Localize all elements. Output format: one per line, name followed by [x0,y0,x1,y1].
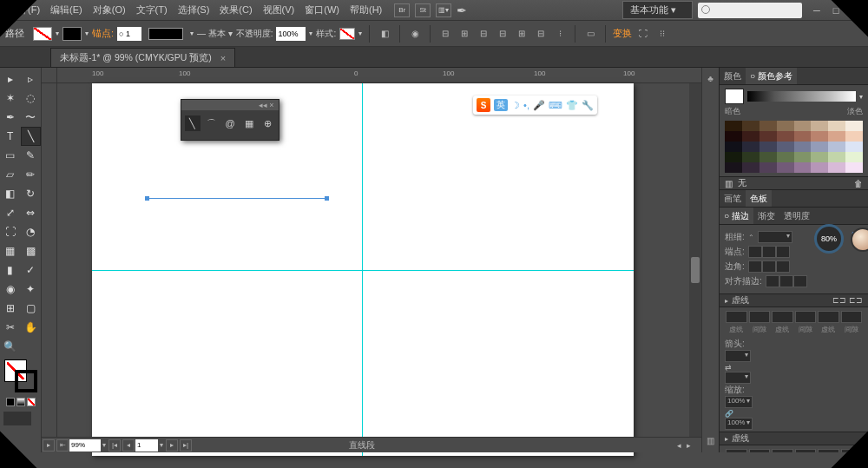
menu-view[interactable]: 视图(V) [258,3,300,16]
eyedropper-tool[interactable]: ✓ [21,260,42,280]
cap-round[interactable] [762,246,776,258]
line-handle-start[interactable] [145,196,149,201]
arrow-scale-start[interactable]: 100% [725,396,753,408]
align-bottom-icon[interactable]: ⊟ [533,26,549,42]
dash-section-header[interactable]: 虚线⊏⊐ ⊏⊐ [720,293,868,307]
blend-tool[interactable]: ◉ [0,280,21,299]
fill-swatch[interactable] [33,27,52,41]
cap-butt[interactable] [748,246,762,258]
screen-mode-full[interactable] [17,412,31,425]
slice-tool[interactable]: ✂ [0,318,21,337]
line-handle-end[interactable] [325,196,329,201]
lasso-tool[interactable]: ◌ [21,89,42,108]
nav-first[interactable]: ⇤ [56,439,69,452]
zoom-tool[interactable]: 🔍 [0,337,21,356]
brush-panel-icon[interactable]: ▥ [725,179,733,188]
join-bevel[interactable] [776,260,790,273]
stroke-arc-icon[interactable]: ⌒ [204,115,220,131]
style-swatch[interactable] [339,28,355,40]
shaper-tool[interactable]: ▱ [0,165,21,184]
arrange-icon[interactable]: ▥▾ [436,3,451,17]
color-guide-tab[interactable]: ○ 颜色参考 [746,68,797,84]
dock-library-icon[interactable]: ▥ [704,433,718,447]
color-mode-gradient[interactable] [16,398,25,406]
user-avatar[interactable] [851,227,868,252]
align-left-icon[interactable]: ⊟ [437,26,453,42]
line-tool[interactable]: ╲ [21,127,42,146]
artboard-tool[interactable]: ▢ [21,299,42,318]
stroke-box[interactable] [15,370,37,392]
stroke-preview[interactable] [148,28,183,40]
brush-tab[interactable]: 画笔 [720,190,746,207]
opacity-field[interactable]: 100% [276,27,306,41]
stroke-polar-icon[interactable]: ⊕ [260,115,275,131]
base-color-swatch[interactable] [725,89,744,104]
menu-type[interactable]: 文字(T) [131,3,173,16]
fill-stroke-indicator[interactable] [4,359,37,392]
swatch-grid[interactable] [725,121,863,173]
screen-mode-normal[interactable] [3,412,17,425]
curvature-tool[interactable]: 〜 [21,108,42,127]
vertical-scrollbar[interactable] [689,83,701,437]
vertical-ruler[interactable] [42,83,57,437]
rotate-tool[interactable]: ↻ [21,184,42,203]
isolate-icon[interactable]: ⛶ [635,26,651,42]
stroke-straight-icon[interactable]: ╲ [185,115,201,131]
align-icon-1[interactable]: ◧ [377,26,392,42]
gpu-icon[interactable]: ▸ [43,439,55,452]
close-tab-icon[interactable]: × [220,53,226,63]
eraser-tool[interactable]: ◧ [0,184,21,203]
direct-selection-tool[interactable]: ▹ [21,69,42,89]
ime-punct-icon[interactable]: •, [523,100,529,110]
ime-floating-bar[interactable]: S 英 ☽ •, 🎤 ⌨ 👕 🔧 [473,96,597,115]
sync-cloud-icon[interactable]: ✒ [457,3,467,17]
menu-edit[interactable]: 编辑(E) [45,3,88,16]
join-miter[interactable] [748,260,762,273]
arrow-scale-end[interactable]: 100% [725,418,753,430]
graph-tool[interactable]: ⊞ [0,299,21,318]
brush-tool[interactable]: ✎ [21,146,42,165]
nav-next[interactable]: ▸ [166,439,178,452]
stroke-spiral-icon[interactable]: @ [222,115,238,131]
artboard-field[interactable]: 1 [135,439,158,452]
gradient-tool[interactable]: ▮ [0,260,21,280]
shape-mode-icon[interactable]: ▭ [582,26,598,42]
layout-icon-2[interactable]: St [415,3,431,17]
layout-icon-1[interactable]: Br [394,3,410,17]
shape-builder-tool[interactable]: ◔ [21,222,42,241]
recolor-icon[interactable]: ◉ [407,26,423,42]
ruler-origin[interactable] [42,68,57,83]
zoom-field[interactable]: 99% [69,439,101,452]
stroke-weight-field[interactable]: ○ 1 [117,27,141,41]
cap-square[interactable] [776,246,790,258]
swatches-tab[interactable]: 色板 [746,190,772,207]
color-mode-fill[interactable] [6,398,15,406]
window-minimize[interactable]: ─ [809,3,825,18]
color-mode-none[interactable] [27,398,36,406]
stroke-weight-dd[interactable] [758,231,792,243]
align-more-icon[interactable]: ⁝ [552,26,568,42]
ime-moon-icon[interactable]: ☽ [511,100,520,111]
magic-wand-tool[interactable]: ✶ [0,89,21,108]
transparency-tab[interactable]: 透明度 [779,208,814,224]
horizontal-guide[interactable] [92,270,634,271]
document-tab[interactable]: 未标题-1* @ 99% (CMYK/GPU 预览) × [50,48,235,67]
width-tool[interactable]: ⇔ [21,203,42,222]
nav-next-ab[interactable]: ▸| [180,439,192,452]
align-top-icon[interactable]: ⊟ [495,26,510,42]
scale-tool[interactable]: ⤢ [0,203,21,222]
arrow-end-dd[interactable] [725,372,751,384]
panel-collapse-icon[interactable]: ◂◂ [259,101,267,109]
pencil-tool[interactable]: ✏ [21,165,42,184]
align-mid-icon[interactable]: ⊞ [514,26,529,42]
tint-strip[interactable] [747,91,856,102]
stroke-swatch[interactable] [62,27,82,41]
pen-tool[interactable]: ✒ [0,108,21,127]
arrow-start-dd[interactable] [725,350,751,362]
align-center-icon[interactable]: ⊞ [457,26,472,42]
brush-trash-icon[interactable]: 🗑 [854,179,863,188]
dock-club-icon[interactable]: ♣ [704,71,718,85]
more-icon[interactable]: ⁝⁝ [654,26,670,42]
mesh-tool[interactable]: ▩ [21,241,42,260]
color-tab[interactable]: 颜色 [720,68,746,84]
